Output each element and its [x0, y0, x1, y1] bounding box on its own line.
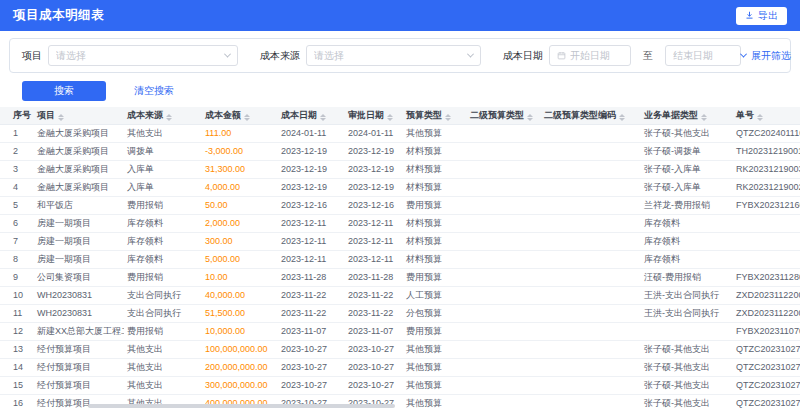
table-cell: RK20231219002: [733, 178, 800, 196]
cost-source-filter-label: 成本来源: [260, 49, 300, 63]
table-cell: 2023-11-22: [278, 304, 345, 322]
sort-icon[interactable]: [244, 114, 250, 121]
column-header[interactable]: 序号: [0, 107, 34, 124]
table-cell: [541, 340, 641, 358]
horizontal-scrollbar[interactable]: [0, 403, 800, 409]
column-header[interactable]: 成本来源: [124, 107, 202, 124]
table-cell: 2023-12-19: [278, 178, 345, 196]
table-cell: 300.00: [202, 232, 278, 250]
cost-source-select-input[interactable]: [314, 50, 463, 61]
clear-search-button[interactable]: 清空搜索: [122, 81, 186, 101]
table-cell: [467, 142, 541, 160]
sort-icon[interactable]: [619, 114, 625, 121]
table-cell: 2023-12-16: [278, 196, 345, 214]
chevron-down-icon: [224, 51, 231, 58]
end-date-input[interactable]: [673, 50, 733, 61]
table-cell: TH20231219001: [733, 142, 800, 160]
export-icon: [745, 11, 754, 20]
table-row: 5和平饭店费用报销50.002023-12-162023-12-16费用预算兰祥…: [0, 196, 800, 214]
table-row: 14经付预算项目其他支出200,000,000.002023-10-272023…: [0, 358, 800, 376]
column-header[interactable]: 成本日期: [278, 107, 345, 124]
table-cell: 2023-12-16: [345, 196, 403, 214]
table-cell: 2023-11-22: [278, 286, 345, 304]
table-cell: 房建一期项目: [34, 232, 124, 250]
sort-icon[interactable]: [166, 114, 172, 121]
scrollbar-thumb[interactable]: [88, 404, 395, 408]
page-title: 项目成本明细表: [13, 7, 104, 24]
table-cell: 13: [0, 340, 34, 358]
cost-source-select[interactable]: [306, 45, 481, 66]
table-cell: 王洪-支出合同执行: [641, 304, 733, 322]
sort-icon[interactable]: [527, 114, 533, 121]
table-cell: 2023-12-19: [278, 142, 345, 160]
expand-filter-link[interactable]: 展开筛选: [741, 49, 791, 63]
table-row: 9公司集资项目费用报销10.002023-11-282023-11-28费用预算…: [0, 268, 800, 286]
filter-bar: 项目 成本来源 成本日期 至 展开筛选: [9, 38, 791, 73]
column-header[interactable]: 项目: [34, 107, 124, 124]
table-cell: QTZC20231027002: [733, 376, 800, 394]
table-cell: 50.00: [202, 196, 278, 214]
table-cell: [541, 286, 641, 304]
table-cell: [541, 142, 641, 160]
column-header[interactable]: 业务单据类型: [641, 107, 733, 124]
table-cell: 汪硕-费用报销: [641, 268, 733, 286]
project-select-input[interactable]: [56, 50, 220, 61]
sort-icon[interactable]: [757, 114, 763, 121]
search-button[interactable]: 搜索: [22, 81, 106, 101]
table-cell: 10: [0, 286, 34, 304]
table-cell: [733, 214, 800, 232]
table-cell: 2023-10-27: [345, 358, 403, 376]
action-bar: 搜索 清空搜索: [9, 81, 791, 101]
column-header[interactable]: 审批日期: [345, 107, 403, 124]
table-cell: 2023-12-19: [345, 142, 403, 160]
table-cell: 库存领料: [124, 232, 202, 250]
end-date-input-box[interactable]: [665, 45, 741, 66]
table-cell: 张子硕-其他支出: [641, 376, 733, 394]
table-cell: 2023-10-27: [345, 340, 403, 358]
table-cell: 300,000,000.00: [202, 376, 278, 394]
table-cell: 2023-10-27: [278, 358, 345, 376]
column-header[interactable]: 预算类型: [403, 107, 467, 124]
column-header-label: 二级预算类型编码: [544, 110, 616, 120]
start-date-input[interactable]: [570, 50, 623, 61]
export-button[interactable]: 导出: [736, 7, 787, 25]
table-cell: 费用报销: [124, 268, 202, 286]
sort-icon[interactable]: [445, 114, 451, 121]
column-header[interactable]: 二级预算类型编码: [541, 107, 641, 124]
table-cell: 200,000,000.00: [202, 358, 278, 376]
table-cell: 材料预算: [403, 178, 467, 196]
table-cell: WH20230831: [34, 286, 124, 304]
table-cell: 费用报销: [124, 322, 202, 340]
table-cell: 分包预算: [403, 304, 467, 322]
start-date-input-box[interactable]: [549, 45, 631, 66]
table-cell: 其他预算: [403, 340, 467, 358]
table-cell: FYBX20231107001: [733, 322, 800, 340]
sort-icon[interactable]: [387, 114, 393, 121]
sort-icon[interactable]: [320, 114, 326, 121]
table-cell: 费用预算: [403, 268, 467, 286]
table-cell: 金融大厦采购项目: [34, 160, 124, 178]
table-cell: 12: [0, 322, 34, 340]
table-cell: [467, 340, 541, 358]
table-cell: 金融大厦采购项目: [34, 142, 124, 160]
table-cell: 张子硕-其他支出: [641, 124, 733, 142]
table-row: 7房建一期项目库存领料300.002023-12-112023-12-11材料预…: [0, 232, 800, 250]
table-header-row: 序号项目成本来源成本金额成本日期审批日期预算类型二级预算类型二级预算类型编码业务…: [0, 107, 800, 124]
table-cell: 15: [0, 376, 34, 394]
date-range-separator: 至: [643, 49, 653, 63]
table-cell: [641, 322, 733, 340]
table-cell: 5,000.00: [202, 250, 278, 268]
table-cell: 兰祥龙-费用报销: [641, 196, 733, 214]
table-cell: 库存领料: [641, 250, 733, 268]
sort-icon[interactable]: [701, 114, 707, 121]
column-header[interactable]: 二级预算类型: [467, 107, 541, 124]
table-cell: 4,000.00: [202, 178, 278, 196]
sort-icon[interactable]: [58, 114, 64, 121]
table-cell: 5: [0, 196, 34, 214]
table-cell: 材料预算: [403, 142, 467, 160]
table-cell: 其他预算: [403, 358, 467, 376]
column-header[interactable]: 单号: [733, 107, 800, 124]
table-cell: 3: [0, 160, 34, 178]
column-header[interactable]: 成本金额: [202, 107, 278, 124]
project-select[interactable]: [48, 45, 238, 66]
